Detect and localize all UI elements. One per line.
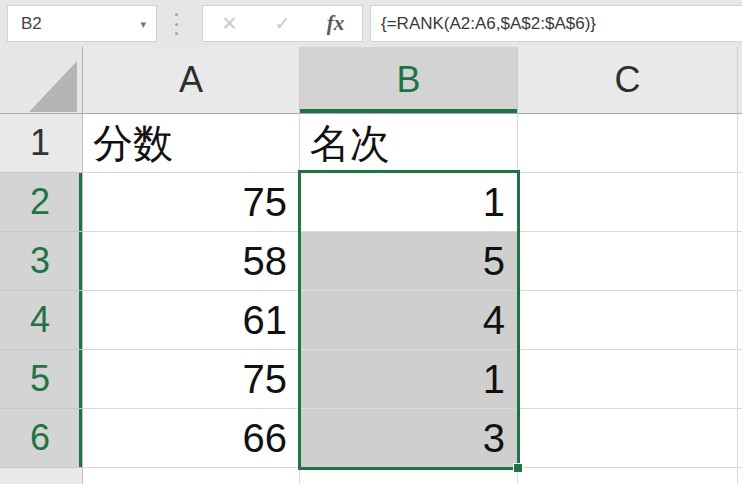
row-header-4[interactable]: 4 — [0, 291, 83, 350]
cell-b5[interactable]: 1 — [300, 350, 518, 409]
row-header-2[interactable]: 2 — [0, 173, 83, 232]
cell-c3[interactable] — [518, 232, 738, 291]
cell-c7-partial[interactable] — [518, 468, 738, 484]
cell-a6[interactable]: 66 — [83, 409, 300, 468]
formula-text: {=RANK(A2:A6,$A$2:$A$6)} — [381, 14, 596, 34]
cell-c4[interactable] — [518, 291, 738, 350]
cell-b6[interactable]: 3 — [300, 409, 518, 468]
column-header-a[interactable]: A — [83, 47, 300, 114]
name-box[interactable]: B2 ▾ — [7, 5, 157, 42]
enter-icon[interactable]: ✓ — [256, 12, 309, 35]
insert-function-icon[interactable]: fx — [309, 11, 362, 36]
row-header-5[interactable]: 5 — [0, 350, 83, 409]
toolbar-drag-handle-icon[interactable] — [172, 13, 180, 35]
cell-a3[interactable]: 58 — [83, 232, 300, 291]
cell-a5[interactable]: 75 — [83, 350, 300, 409]
row-header-6[interactable]: 6 — [0, 409, 83, 468]
name-box-dropdown-icon[interactable]: ▾ — [140, 17, 146, 30]
cell-b3[interactable]: 5 — [300, 232, 518, 291]
formula-buttons: ✕ ✓ fx — [202, 5, 363, 42]
spreadsheet-grid: A B C 1 分数 名次 2 75 1 3 58 5 4 61 4 5 75 … — [0, 47, 742, 484]
cell-b2-active[interactable]: 1 — [300, 173, 518, 232]
cell-b4[interactable]: 4 — [300, 291, 518, 350]
excel-window: B2 ▾ ✕ ✓ fx {=RANK(A2:A6,$A$2:$A$6)} A B… — [0, 0, 742, 484]
row-header-3[interactable]: 3 — [0, 232, 83, 291]
name-box-value: B2 — [21, 14, 42, 34]
column-header-c[interactable]: C — [518, 47, 738, 114]
cancel-icon[interactable]: ✕ — [203, 12, 256, 35]
column-header-d-sliver — [738, 47, 742, 114]
cell-a7-partial[interactable] — [83, 468, 300, 484]
cell-a1[interactable]: 分数 — [83, 114, 300, 173]
cell-c2[interactable] — [518, 173, 738, 232]
fill-handle[interactable] — [513, 463, 523, 473]
row-header-7-partial[interactable] — [0, 468, 83, 484]
cell-b7-partial[interactable] — [300, 468, 518, 484]
cell-c5[interactable] — [518, 350, 738, 409]
row-header-1[interactable]: 1 — [0, 114, 83, 173]
select-all-triangle-icon — [29, 61, 77, 112]
cell-c1[interactable] — [518, 114, 738, 173]
column-header-b[interactable]: B — [300, 47, 518, 114]
select-all-button[interactable] — [0, 47, 83, 114]
cell-a4[interactable]: 61 — [83, 291, 300, 350]
cell-a2[interactable]: 75 — [83, 173, 300, 232]
cell-b1[interactable]: 名次 — [300, 114, 518, 173]
cell-c6[interactable] — [518, 409, 738, 468]
formula-bar[interactable]: {=RANK(A2:A6,$A$2:$A$6)} — [370, 5, 742, 42]
formula-toolbar: B2 ▾ ✕ ✓ fx {=RANK(A2:A6,$A$2:$A$6)} — [0, 0, 742, 47]
